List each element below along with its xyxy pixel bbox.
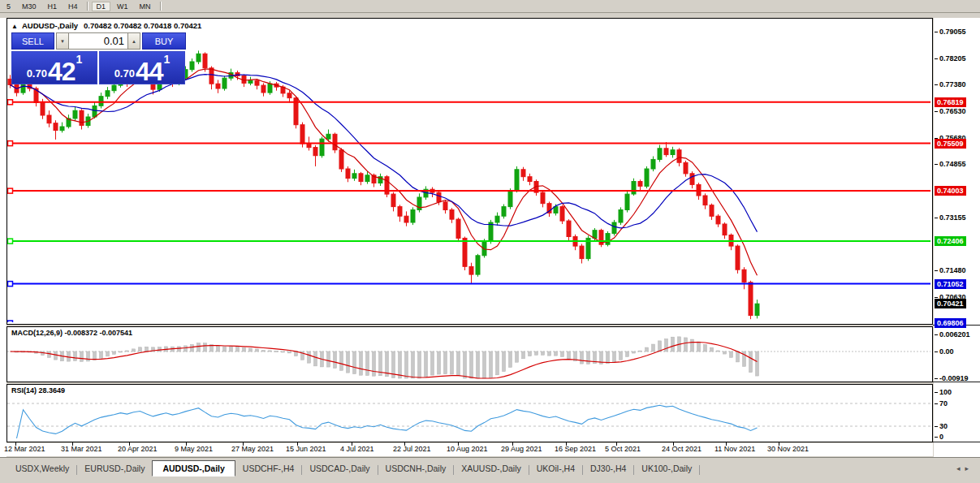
symbol-tab-usdx-weekly[interactable]: USDX,Weekly <box>8 461 76 476</box>
toolbar-separator <box>160 2 161 11</box>
date-label: 24 Oct 2021 <box>662 445 702 453</box>
buy-price-big: 44 <box>136 60 163 83</box>
timeframe-toolbar: 5M30H1H4D1W1MN <box>0 0 980 13</box>
symbol-tab-xauusd-daily[interactable]: XAUUSD-,Daily <box>454 461 529 476</box>
price-badge: 0.76819 <box>935 97 966 107</box>
price-badge: 0.71052 <box>935 279 966 289</box>
date-label: 11 Nov 2021 <box>714 445 755 453</box>
sell-price-big: 42 <box>48 60 76 83</box>
macd-chart <box>7 327 930 380</box>
symbol-tab-uk100-daily[interactable]: UK100-,Daily <box>634 461 699 476</box>
tab-scroll-arrows[interactable]: ◂▸ <box>956 464 974 472</box>
date-tick <box>673 442 674 446</box>
date-tick <box>458 442 459 446</box>
chart-title: AUDUSD-,Daily <box>22 21 78 30</box>
tab-separator <box>699 465 700 475</box>
date-tick <box>297 442 298 446</box>
triangle-down-icon: ▼ <box>60 39 65 44</box>
date-axis: 12 Mar 202131 Mar 202120 Apr 20219 May 2… <box>6 443 933 456</box>
volume-decrease-button[interactable]: ▼ <box>56 32 69 50</box>
price-tick: 0.76530 <box>939 107 966 115</box>
sell-price-pip: 1 <box>76 53 83 66</box>
symbol-tab-usdcad-daily[interactable]: USDCAD-,Daily <box>302 461 377 476</box>
date-tick <box>352 442 352 446</box>
rsi-axis-tick: 30 <box>939 422 948 430</box>
macd-label: MACD(12,26,9) -0.008372 -0.007541 <box>11 329 132 337</box>
date-label: 15 Jun 2021 <box>286 445 326 453</box>
buy-price-pip: 1 <box>164 53 171 66</box>
date-label: 31 Mar 2021 <box>61 445 102 453</box>
tab-scroll-left-icon[interactable]: ◂ <box>956 464 965 472</box>
timeframe-button-w1[interactable]: W1 <box>112 2 133 11</box>
date-tick <box>404 442 405 446</box>
timeframe-button-h4[interactable]: H4 <box>63 2 83 11</box>
price-axis: 0.790550.782050.773800.765300.756800.748… <box>934 18 980 457</box>
sell-quote-panel[interactable]: 0.70 42 1 <box>11 51 97 84</box>
price-badge: 0.69806 <box>935 318 966 328</box>
symbol-tab-usdcnh-daily[interactable]: USDCNH-,Daily <box>378 461 454 476</box>
date-tick <box>566 442 567 446</box>
rsi-axis-tick: 70 <box>939 399 948 408</box>
price-tick: 0.74855 <box>939 160 966 168</box>
price-badge: 0.74003 <box>935 186 966 196</box>
timeframe-button-d1[interactable]: D1 <box>92 2 111 11</box>
pane-separator <box>933 382 980 382</box>
rsi-chart <box>7 385 930 440</box>
tab-scroll-right-icon[interactable]: ▸ <box>965 464 974 472</box>
symbol-tab-dj30-h4[interactable]: DJ30-,H4 <box>583 461 633 476</box>
date-label: 10 Aug 2021 <box>447 445 488 453</box>
macd-axis-tick: 0.006201 <box>939 330 970 339</box>
rsi-axis-tick: 100 <box>939 388 952 396</box>
collapse-panel-icon[interactable]: ▲ <box>11 23 18 30</box>
buy-button[interactable]: BUY <box>142 32 186 50</box>
timeframe-button-5[interactable]: 5 <box>2 2 15 11</box>
price-badge: 0.75509 <box>935 139 966 149</box>
sell-price-prefix: 0.70 <box>27 67 47 80</box>
date-label: 5 Oct 2021 <box>605 445 641 453</box>
date-label: 27 May 2021 <box>231 445 274 453</box>
date-label: 9 May 2021 <box>175 445 213 453</box>
volume-increase-button[interactable]: ▲ <box>127 32 140 50</box>
date-tick <box>726 442 727 446</box>
timeframe-button-h1[interactable]: H1 <box>43 2 63 11</box>
symbol-tab-audusd-daily[interactable]: AUDUSD-,Daily <box>152 460 235 477</box>
date-label: 20 Apr 2021 <box>118 445 158 453</box>
rsi-label: RSI(14) 28.3649 <box>11 386 65 395</box>
price-tick: 0.71480 <box>939 266 966 274</box>
date-tick <box>15 442 16 446</box>
sell-button[interactable]: SELL <box>11 32 54 50</box>
chart-ohlc-values: 0.70482 0.70482 0.70418 0.70421 <box>84 21 201 30</box>
price-tick: 0.79055 <box>939 28 966 36</box>
timeframe-button-mn[interactable]: MN <box>135 2 156 11</box>
date-tick <box>779 442 779 446</box>
date-label: 16 Sep 2021 <box>555 445 596 453</box>
price-badge: 0.72406 <box>935 236 966 246</box>
date-tick <box>186 442 187 446</box>
date-label: 4 Jul 2021 <box>340 445 374 453</box>
macd-axis-tick: 0.00 <box>939 347 954 356</box>
rsi-axis-tick: 0 <box>939 433 943 441</box>
symbol-tab-usdchf-h4[interactable]: USDCHF-,H4 <box>235 461 302 476</box>
date-tick <box>243 442 244 446</box>
symbol-tab-bar: USDX,WeeklyEURUSD-,DailyAUDUSD-,DailyUSD… <box>0 457 980 483</box>
price-tick: 0.73155 <box>939 213 966 222</box>
date-label: 30 Nov 2021 <box>767 445 809 453</box>
chart-header: ▲AUDUSD-,Daily0.70482 0.70482 0.70418 0.… <box>11 21 201 30</box>
rsi-indicator-pane: RSI(14) 28.3649 <box>6 384 933 442</box>
triangle-up-icon: ▲ <box>132 39 136 44</box>
one-click-trading-widget: SELL ▼ ▲ BUY 0.70 42 1 0.70 44 1 <box>11 32 186 84</box>
toolbar-separator <box>87 2 88 11</box>
date-tick <box>512 442 513 446</box>
date-tick <box>616 442 617 446</box>
buy-quote-panel[interactable]: 0.70 44 1 <box>99 51 185 84</box>
timeframe-button-m30[interactable]: M30 <box>17 2 41 11</box>
price-tick: 0.78205 <box>939 54 966 63</box>
pane-separator <box>933 442 980 442</box>
symbol-tab-eurusd-daily[interactable]: EURUSD-,Daily <box>77 461 152 476</box>
macd-indicator-pane: MACD(12,26,9) -0.008372 -0.007541 <box>6 326 933 382</box>
price-badge: 0.70421 <box>935 299 966 308</box>
date-tick <box>72 442 73 446</box>
symbol-tab-ukoil-h4[interactable]: UKOil-,H4 <box>529 461 582 476</box>
volume-input[interactable] <box>69 32 127 50</box>
date-label: 29 Aug 2021 <box>501 445 542 453</box>
